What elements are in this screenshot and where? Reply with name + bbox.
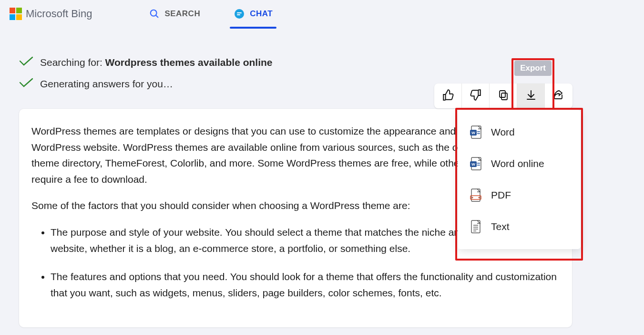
brand-text: Microsoft Bing (26, 8, 92, 20)
copy-icon (498, 89, 509, 103)
thumbs-down-button[interactable] (462, 84, 490, 108)
download-icon (525, 89, 537, 103)
pdf-doc-icon (469, 188, 482, 202)
svg-rect-5 (501, 93, 507, 100)
nav-chat[interactable]: CHAT (234, 0, 273, 28)
microsoft-logo-icon (10, 8, 22, 20)
export-button[interactable] (517, 84, 545, 108)
export-option-word-online[interactable]: W Word online (458, 148, 581, 179)
nav-search[interactable]: SEARCH (149, 0, 200, 28)
generating-text: Generating answers for you… (40, 78, 173, 90)
chat-icon (234, 8, 245, 20)
answer-bullet: The features and options that you need. … (51, 269, 560, 301)
export-option-label: Text (491, 221, 510, 232)
svg-rect-4 (237, 14, 240, 15)
search-icon (149, 9, 160, 19)
export-option-label: Word (491, 126, 515, 138)
export-tooltip: Export (514, 61, 552, 76)
word-doc-icon: W (469, 125, 482, 139)
check-icon (19, 56, 33, 68)
svg-rect-3 (237, 12, 242, 13)
searching-query: Wordpress themes available online (105, 57, 273, 68)
nav-search-label: SEARCH (164, 9, 200, 19)
brand-logo-block[interactable]: Microsoft Bing (10, 8, 92, 20)
export-option-label: PDF (491, 189, 511, 201)
svg-text:W: W (471, 131, 475, 135)
nav-chat-label: CHAT (250, 9, 273, 19)
svg-text:W: W (471, 162, 475, 167)
svg-rect-6 (500, 91, 505, 97)
text-doc-icon (469, 220, 482, 234)
thumbs-up-button[interactable] (434, 84, 462, 108)
share-button[interactable] (545, 84, 572, 108)
thumbs-up-icon (442, 89, 454, 103)
svg-point-2 (235, 9, 244, 19)
svg-point-21 (471, 197, 473, 198)
thumbs-down-icon (470, 89, 482, 103)
svg-point-22 (478, 197, 480, 198)
top-nav: SEARCH CHAT (149, 0, 273, 28)
svg-line-1 (156, 15, 158, 18)
word-doc-icon: W (469, 157, 482, 171)
export-menu: W Word W Word online PDF Text (458, 110, 581, 249)
share-icon (552, 89, 565, 103)
export-option-word[interactable]: W Word (458, 116, 581, 148)
searching-prefix: Searching for: (40, 57, 105, 68)
export-option-pdf[interactable]: PDF (458, 179, 581, 211)
copy-button[interactable] (490, 84, 517, 108)
check-icon (19, 78, 33, 90)
header: Microsoft Bing SEARCH CHAT (0, 0, 644, 28)
reaction-toolbar (434, 84, 572, 108)
export-option-text[interactable]: Text (458, 211, 581, 242)
export-option-label: Word online (491, 158, 544, 169)
